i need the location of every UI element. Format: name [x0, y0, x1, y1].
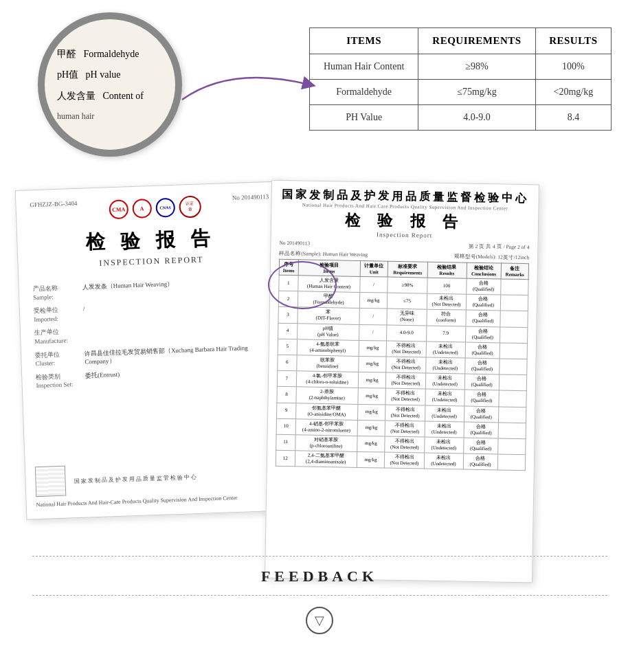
col-items: ITEMS — [310, 28, 418, 54]
col-results: RESULTS — [535, 28, 611, 54]
doc-field: 产品名称 Sample:人发发条（Human Hair Weaving） — [33, 276, 273, 302]
report-page: 第 2 页 共 4 页 / Page 2 of 4 — [469, 243, 530, 251]
inspection-detail-report: 国家发制品及护发用品质量监督检验中心 National Hair Product… — [265, 180, 539, 583]
qr-code — [35, 466, 67, 497]
doc-field: 检验类别 Inspection Set:委托(Entrust) — [36, 365, 276, 390]
magnifier-handle — [122, 142, 166, 157]
magnifier: 甲醛 Formaldehyde pH值 pH value 人发含量 Conten… — [38, 12, 182, 157]
doc-logos: CMA A CNAS 认证章 — [109, 196, 201, 221]
doc-field: 委托单位 Cluster:许昌县佳佳拉毛发贸易销售部（Xuchang Barba… — [35, 342, 275, 368]
detail-table: 序号 Items检验项目 Items计量单位 Unit标准要求 Requirem… — [276, 259, 529, 471]
doc-code: GFHZJZ-BG-3404 — [30, 200, 77, 208]
seal-logo: 认证章 — [179, 196, 201, 219]
doc-right-header: 国家发制品及护发用品质量监督检验中心 National Hair Product… — [280, 188, 530, 240]
sample-model: 规格型号(Models): 12英寸/12inch — [454, 253, 530, 261]
top-divider — [32, 556, 607, 557]
feedback-title: FEEDBACK — [0, 568, 639, 585]
doc-field: 受检单位 Imported:/ — [34, 298, 273, 324]
magnifier-line-1: 甲醛 Formaldehyde — [57, 44, 139, 65]
doc-right-meta: No 201490113 第 2 页 共 4 页 / Page 2 of 4 — [279, 240, 529, 251]
table-row: PH Value4.0-9.08.4 — [310, 105, 612, 131]
doc-serial: No 201490113 — [232, 193, 269, 201]
col-requirements: REQUIREMENTS — [418, 28, 536, 54]
inspection-table: ITEMS REQUIREMENTS RESULTS Human Hair Co… — [309, 27, 612, 131]
doc-field: 生产单位 Manufacture: — [34, 320, 274, 346]
cma-logo: CMA — [109, 199, 128, 219]
detail-row: 122,4-二氨基苯甲醚 (2,4-diaminoanisole)mg/kg不得… — [276, 450, 525, 471]
feedback-icon[interactable]: ▽ — [306, 607, 333, 634]
table-row: Human Hair Content≥98%100% — [310, 54, 612, 80]
feedback-section: FEEDBACK ▽ — [0, 556, 639, 634]
sample-name: 样品名称(Sample): Human Hair Weaving — [279, 250, 368, 258]
magnifier-lens: 甲醛 Formaldehyde pH值 pH value 人发含量 Conten… — [38, 12, 182, 157]
inspection-report-cover: GFHZJZ-BG-3404 CMA A CNAS 认证章 No 2014901… — [15, 181, 295, 519]
cnas-logo: CNAS — [155, 198, 175, 218]
report-no: No 201490113 — [279, 240, 310, 247]
doc-left-footer: 国 家 发 制 品 及 护 发 用 品 质 量 监 管 检 验 中 心 Nati… — [35, 458, 284, 510]
doc-left-fields: 产品名称 Sample:人发发条（Human Hair Weaving）受检单位… — [33, 276, 276, 390]
table-row: Formaldehyde≤75mg/kg<20mg/kg — [310, 80, 612, 105]
magnifier-line-3: pH值 pH value — [57, 65, 121, 86]
a-logo: A — [132, 199, 152, 219]
magnifier-line-5: 人发含量 Content of — [57, 86, 144, 107]
doc-left-header: GFHZJZ-BG-3404 CMA A CNAS 认证章 No 2014901… — [30, 193, 269, 223]
footer-text: 国 家 发 制 品 及 护 发 用 品 质 量 监 管 检 验 中 心 Nati… — [36, 474, 238, 508]
bottom-divider — [32, 595, 607, 596]
magnifier-line-6: human hair — [57, 107, 94, 125]
doc-left-title-zh: 检 验 报 告 — [31, 223, 271, 258]
arrow-indicator — [175, 58, 320, 113]
